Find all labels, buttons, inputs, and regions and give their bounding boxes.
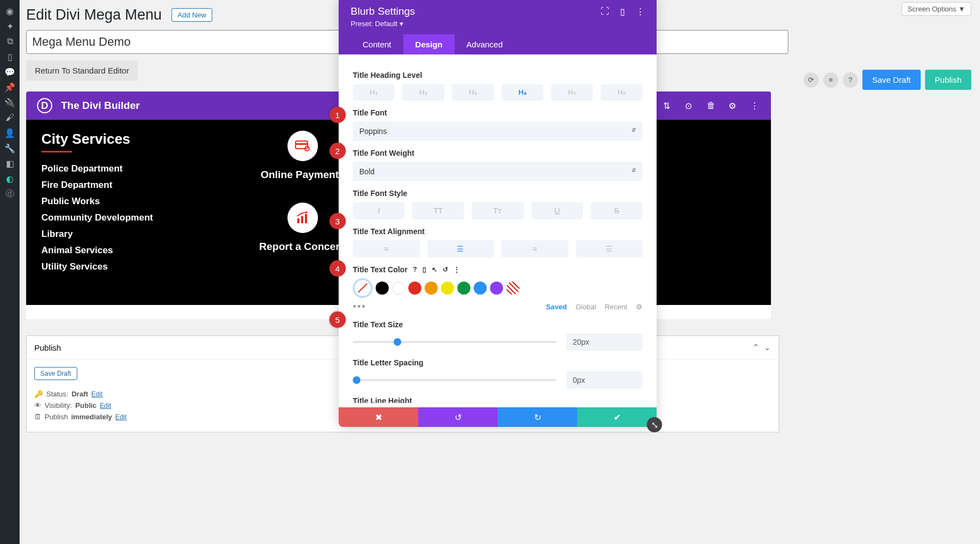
color-tab-saved[interactable]: Saved [546, 303, 567, 311]
weight-select[interactable]: Bold⇵ [353, 162, 642, 181]
wp-appearance-icon[interactable]: 🖌 [4, 112, 15, 123]
wp-custom-icon[interactable]: ◐ [4, 173, 15, 184]
wp-plugins-icon[interactable]: 🔌 [4, 97, 15, 108]
color-tab-recent[interactable]: Recent [605, 303, 627, 311]
sort-icon[interactable]: ⇅ [663, 101, 673, 111]
color-swatch[interactable] [457, 282, 470, 295]
h5-button[interactable]: H₅ [551, 84, 593, 101]
return-editor-button[interactable]: Return To Standard Editor [26, 60, 138, 81]
wp-media-icon[interactable]: ⧉ [4, 36, 15, 47]
device-icon[interactable]: ▯ [422, 266, 426, 273]
chevron-down-icon: ⇵ [632, 127, 636, 133]
label-font-style: Title Font Style [353, 189, 642, 198]
letter-spacing-slider[interactable] [353, 379, 556, 381]
modal-redo-button[interactable]: ↻ [498, 407, 577, 427]
preset-selector[interactable]: Preset: Default ▾ [351, 17, 645, 34]
help-icon[interactable]: ? [413, 266, 417, 273]
text-size-value[interactable]: 20px [566, 333, 642, 351]
align-justify-button[interactable]: ☰ [576, 240, 643, 258]
wp-comments-icon[interactable]: 💬 [4, 66, 15, 77]
publish-button[interactable]: Publish [925, 70, 971, 90]
list-item[interactable]: Community Development [41, 212, 205, 223]
key-icon: 🔑 [34, 390, 43, 398]
gear-icon[interactable]: ⚙ [636, 303, 642, 311]
h1-button[interactable]: H₁ [353, 84, 395, 101]
responsive-icon[interactable]: ⟳ [804, 72, 819, 88]
chevron-up-icon[interactable]: ⌃ [752, 343, 759, 352]
edit-publish-link[interactable]: Edit [115, 413, 127, 421]
text-size-slider[interactable] [353, 341, 556, 343]
italic-button[interactable]: I [353, 202, 405, 219]
align-right-button[interactable]: ≡ [501, 240, 568, 258]
align-center-button[interactable]: ☰ [427, 240, 494, 258]
marker-3: 3 [329, 213, 346, 229]
trash-icon[interactable]: 🗑 [707, 101, 716, 111]
edit-status-link[interactable]: Edit [91, 390, 103, 398]
visibility-value: Public [75, 401, 96, 409]
color-swatch[interactable] [490, 282, 503, 295]
history-icon[interactable]: ⊙ [685, 101, 695, 111]
marker-1: 1 [329, 107, 346, 123]
fullscreen-icon[interactable]: ⛶ [601, 7, 609, 17]
more-icon[interactable]: ⋮ [454, 266, 460, 273]
chevron-down-icon[interactable]: ⌄ [764, 343, 771, 352]
reset-icon[interactable]: ↺ [443, 266, 448, 273]
h3-button[interactable]: H₃ [452, 84, 494, 101]
list-item[interactable]: Fire Department [41, 180, 205, 191]
h6-button[interactable]: H₆ [601, 84, 642, 101]
save-draft-button[interactable]: Save Draft [862, 70, 921, 90]
color-swatch[interactable] [392, 282, 405, 295]
color-swatch[interactable] [474, 282, 487, 295]
modal-close-button[interactable]: ✖ [339, 407, 418, 427]
smallcaps-button[interactable]: Tᴛ [471, 202, 523, 219]
list-item[interactable]: Police Department [41, 163, 205, 174]
font-select[interactable]: Poppins⇵ [353, 121, 642, 141]
more-colors-icon[interactable]: ••• [353, 301, 366, 313]
color-swatch-none[interactable] [506, 282, 519, 295]
color-swatch[interactable] [441, 282, 454, 295]
align-left-button[interactable]: ≡ [353, 240, 420, 258]
strikethrough-button[interactable]: S [591, 202, 642, 219]
wp-tools-icon[interactable]: 🔧 [4, 143, 15, 154]
dock-icon[interactable]: ▯ [620, 7, 625, 17]
color-tab-global[interactable]: Global [575, 303, 596, 311]
save-draft-small-button[interactable]: Save Draft [34, 367, 77, 380]
list-item[interactable]: Animal Services [41, 245, 205, 256]
letter-spacing-value[interactable]: 0px [566, 371, 642, 389]
wp-settings-icon[interactable]: ◧ [4, 158, 15, 169]
modal-undo-button[interactable]: ↺ [418, 407, 498, 427]
tab-content[interactable]: Content [351, 34, 403, 54]
wp-pin2-icon[interactable]: 📌 [4, 82, 15, 93]
tab-advanced[interactable]: Advanced [455, 34, 515, 54]
color-swatch-selected[interactable] [353, 278, 372, 298]
wp-pin-icon[interactable]: ✦ [4, 21, 15, 32]
uppercase-button[interactable]: TT [412, 202, 464, 219]
list-item[interactable]: Public Works [41, 196, 205, 207]
wp-users-icon[interactable]: 👤 [4, 127, 15, 138]
modal-save-button[interactable]: ✔ [577, 407, 657, 427]
add-new-button[interactable]: Add New [171, 8, 212, 22]
color-swatch[interactable] [408, 282, 421, 295]
list-item[interactable]: Utility Services [41, 261, 205, 272]
blurb-title: Report a Concern [259, 241, 346, 253]
wp-dashboard-icon[interactable]: ◉ [4, 5, 15, 16]
h2-button[interactable]: H₂ [402, 84, 444, 101]
chevron-down-icon: ⇵ [632, 167, 636, 173]
wp-divi-icon[interactable]: ⓓ [4, 188, 15, 199]
color-swatch[interactable] [376, 282, 389, 295]
h4-button[interactable]: H₄ [501, 84, 543, 101]
underline-button[interactable]: U [531, 202, 583, 219]
more-icon[interactable]: ⋮ [636, 7, 645, 17]
edit-visibility-link[interactable]: Edit [100, 402, 111, 409]
gear-icon[interactable]: ⚙ [728, 101, 738, 111]
tab-design[interactable]: Design [403, 34, 455, 54]
color-swatch[interactable] [425, 282, 438, 295]
more-icon[interactable]: ⋮ [750, 101, 760, 111]
wireframe-icon[interactable]: ≡ [823, 72, 838, 88]
help-icon[interactable]: ? [843, 72, 858, 88]
resize-handle-icon[interactable]: ⤡ [647, 417, 662, 432]
wp-pages-icon[interactable]: ▯ [4, 51, 15, 62]
list-item[interactable]: Library [41, 229, 205, 240]
screen-options-button[interactable]: Screen Options ▼ [902, 2, 971, 16]
cursor-icon[interactable]: ↖ [432, 266, 437, 273]
